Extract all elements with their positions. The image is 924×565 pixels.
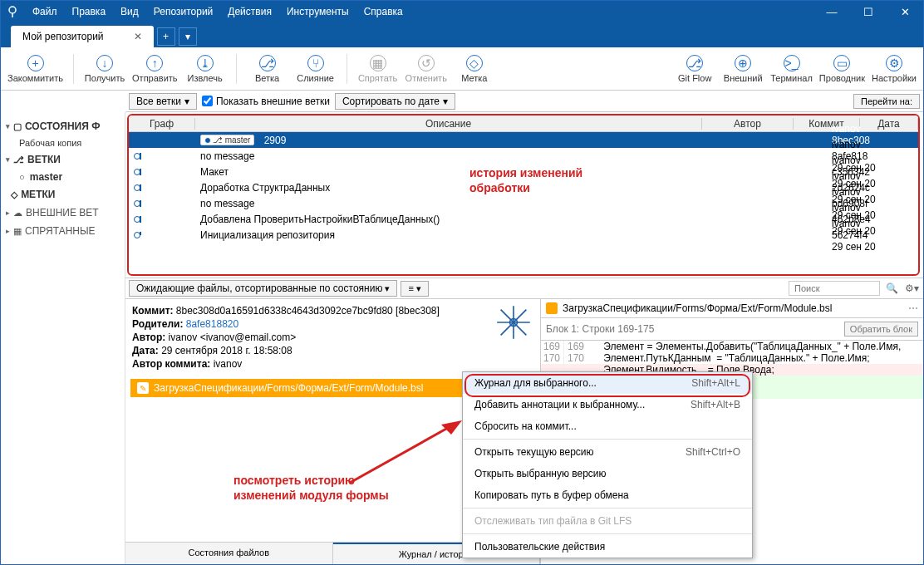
goto-button[interactable]: Перейти на: xyxy=(853,94,920,109)
file-icon xyxy=(546,302,558,314)
close-button[interactable]: ✕ xyxy=(887,1,923,22)
file-modified-icon: ✎ xyxy=(137,382,149,394)
commit-row[interactable]: Инициализация репозитория ivanov 56274f4… xyxy=(129,227,918,243)
search-input[interactable] xyxy=(789,281,880,296)
menu-edit[interactable]: Правка xyxy=(66,2,113,21)
sidebar-stashes[interactable]: ▸ ▦ СПРЯТАННЫЕ xyxy=(4,222,121,240)
tab-strip: Мой репозиторий ✕ + ▾ xyxy=(1,22,923,47)
menu-repo[interactable]: Репозиторий xyxy=(147,2,220,21)
diff-options-icon[interactable]: ⋯ xyxy=(908,302,918,314)
minimize-button[interactable]: — xyxy=(813,1,850,22)
discard-icon: ↺ xyxy=(418,55,435,71)
show-external-checkbox[interactable]: Показать внешние ветки xyxy=(202,96,330,107)
context-menu-item[interactable]: Пользовательские действия xyxy=(463,536,752,558)
menu-tools[interactable]: Инструменты xyxy=(280,2,356,21)
avatar-icon xyxy=(495,304,532,341)
merge-icon: ⑂ xyxy=(307,55,324,71)
menu-file[interactable]: Файл xyxy=(26,2,64,21)
app-window: Файл Правка Вид Репозиторий Действия Инс… xyxy=(0,0,924,565)
terminal-button[interactable]: >_Терминал xyxy=(770,55,813,83)
sidebar-branch-master[interactable]: ○ master xyxy=(4,169,121,185)
annotation-module-history: посмотреть историю изменений модуля форм… xyxy=(233,473,389,503)
app-logo-icon xyxy=(6,5,19,18)
sidebar: ▾ ▢ СОСТОЯНИЯ Ф Рабочая копия ▾ ⎇ ВЕТКИ … xyxy=(1,112,125,564)
svg-point-0 xyxy=(9,7,16,13)
tab-filestatus[interactable]: Состояния файлов xyxy=(125,543,333,564)
context-menu-item[interactable]: Открыть текущую версиюShift+Ctrl+O xyxy=(463,441,752,463)
explorer-button[interactable]: ▭Проводник xyxy=(819,55,865,83)
settings-gear-icon[interactable]: ⚙▾ xyxy=(903,280,920,297)
commit-row[interactable]: Добавлена ПроверитьНастройкиВТаблицеДанн… xyxy=(129,211,918,227)
context-menu-item[interactable]: Открыть выбранную версию xyxy=(463,463,752,484)
context-menu-item[interactable]: Журнал для выбранного...Shift+Alt+L xyxy=(463,372,752,394)
search-icon[interactable]: 🔍 xyxy=(883,280,900,297)
col-graph[interactable]: Граф xyxy=(129,118,195,130)
fetch-icon: ⤓ xyxy=(197,55,214,71)
stash-button[interactable]: ▦Спрятать xyxy=(357,55,399,83)
annotation-history: история изменений обработки xyxy=(469,165,582,195)
revert-hunk-button[interactable]: Обратить блок xyxy=(844,322,918,337)
sidebar-branches[interactable]: ▾ ⎇ ВЕТКИ xyxy=(4,150,121,169)
stash-icon: ▦ xyxy=(370,55,386,71)
merge-button[interactable]: ⑂Слияние xyxy=(295,55,337,83)
branch-icon: ⎇ xyxy=(259,55,276,71)
new-tab-button[interactable]: + xyxy=(157,27,175,46)
sidebar-remotes[interactable]: ▸ ☁ ВНЕШНИЕ ВЕТ xyxy=(4,204,121,222)
branch-button[interactable]: ⎇Ветка xyxy=(247,55,288,83)
commit-row[interactable]: no message ivanov 8afe818 29 сен 20 xyxy=(129,148,918,164)
sidebar-filestatus[interactable]: ▾ ▢ СОСТОЯНИЯ Ф xyxy=(4,117,121,135)
context-menu-item: Отслеживать тип файла в Git LFS xyxy=(463,510,752,532)
gitflow-button[interactable]: ⎇Git Flow xyxy=(674,55,715,83)
tab-title: Мой репозиторий xyxy=(22,31,104,42)
parent-link[interactable]: 8afe818820 xyxy=(186,318,238,330)
branches-filter[interactable]: Все ветки ▾ xyxy=(129,93,197,110)
discard-button[interactable]: ↺Отменить xyxy=(405,55,447,83)
diff-header: ЗагрузкаСпецификации/Forms/Форма/Ext/For… xyxy=(541,299,923,318)
remote-icon: ⊕ xyxy=(735,55,751,71)
context-menu-item[interactable]: Добавить аннотации к выбранному...Shift+… xyxy=(463,394,752,415)
explorer-icon: ▭ xyxy=(833,55,850,71)
pull-icon: ↓ xyxy=(96,55,113,71)
sidebar-tags[interactable]: ◇ МЕТКИ xyxy=(4,185,121,204)
diff-hunk-header: Блок 1: Строки 169-175 Обратить блок xyxy=(541,318,923,341)
chevron-down-icon: ▾ xyxy=(184,96,189,107)
remote-button[interactable]: ⊕Внешний xyxy=(722,55,764,83)
tag-icon: ◇ xyxy=(466,55,483,71)
pull-button[interactable]: ↓Получить xyxy=(84,55,125,83)
gitflow-icon: ⎇ xyxy=(686,55,703,71)
repo-tab[interactable]: Мой репозиторий ✕ xyxy=(11,26,154,47)
menu-actions[interactable]: Действия xyxy=(221,2,278,21)
filter-row: Все ветки ▾ Показать внешние ветки Сорти… xyxy=(125,91,923,112)
push-icon: ↑ xyxy=(146,55,163,71)
plus-icon: + xyxy=(27,55,44,71)
view-mode-button[interactable]: ≡ ▾ xyxy=(401,281,428,297)
commit-row[interactable]: ⎇ master 2909 ivanov 8bec308 29 сен 20 xyxy=(129,132,918,148)
chevron-down-icon: ▾ xyxy=(443,96,448,107)
commits-table: Граф Описание Автор Коммит Дата ⎇ master… xyxy=(127,114,920,276)
menu-view[interactable]: Вид xyxy=(114,2,145,21)
table-header: Граф Описание Автор Коммит Дата xyxy=(129,115,918,132)
sort-filter[interactable]: Сортировать по дате ▾ xyxy=(335,93,455,110)
titlebar: Файл Правка Вид Репозиторий Действия Инс… xyxy=(1,1,923,22)
menu-help[interactable]: Справка xyxy=(357,2,410,21)
commit-row[interactable]: no message ivanov bd6908f 29 сен 20 xyxy=(129,195,918,211)
tab-close-icon[interactable]: ✕ xyxy=(134,31,142,42)
context-menu-item[interactable]: Копировать путь в буфер обмена xyxy=(463,484,752,506)
tag-button[interactable]: ◇Метка xyxy=(454,55,495,83)
main-menu: Файл Правка Вид Репозиторий Действия Инс… xyxy=(26,2,410,21)
commit-info: Коммит: 8bec308d0a16591d6338c4643d3092ce… xyxy=(125,299,540,376)
pending-filter[interactable]: Ожидающие файлы, отсортированные по сост… xyxy=(129,280,397,297)
gear-icon: ⚙ xyxy=(886,55,902,71)
commit-button[interactable]: +Закоммитить xyxy=(7,55,63,83)
tab-menu-button[interactable]: ▾ xyxy=(179,27,197,46)
settings-button[interactable]: ⚙Настройки xyxy=(872,55,917,83)
toolbar: +Закоммитить ↓Получить ↑Отправить ⤓Извле… xyxy=(1,47,923,91)
sidebar-workingcopy[interactable]: Рабочая копия xyxy=(4,135,121,150)
push-button[interactable]: ↑Отправить xyxy=(132,55,178,83)
maximize-button[interactable]: ☐ xyxy=(850,1,887,22)
col-desc[interactable]: Описание xyxy=(195,118,702,130)
context-menu-item[interactable]: Сбросить на коммит... xyxy=(463,415,752,437)
fetch-button[interactable]: ⤓Извлечь xyxy=(184,55,226,83)
window-controls: — ☐ ✕ xyxy=(813,1,923,22)
col-author[interactable]: Автор xyxy=(702,118,794,130)
